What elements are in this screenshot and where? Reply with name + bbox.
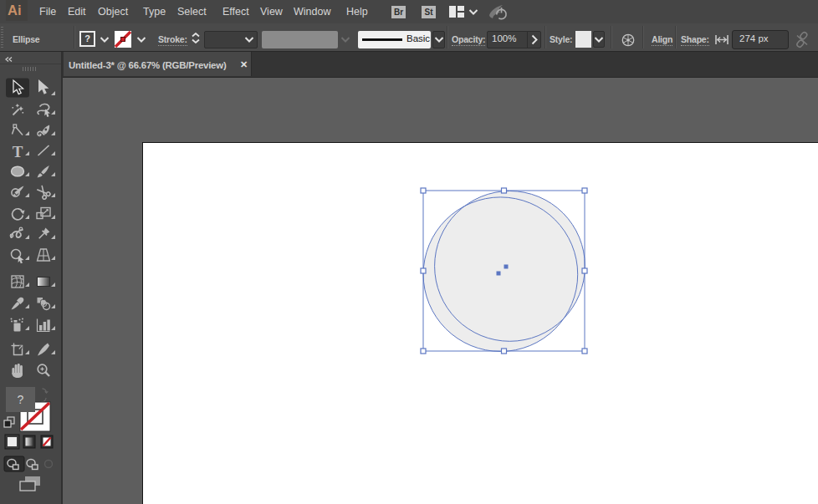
svg-text:?: ? xyxy=(18,393,24,406)
svg-text:T: T xyxy=(13,143,23,160)
